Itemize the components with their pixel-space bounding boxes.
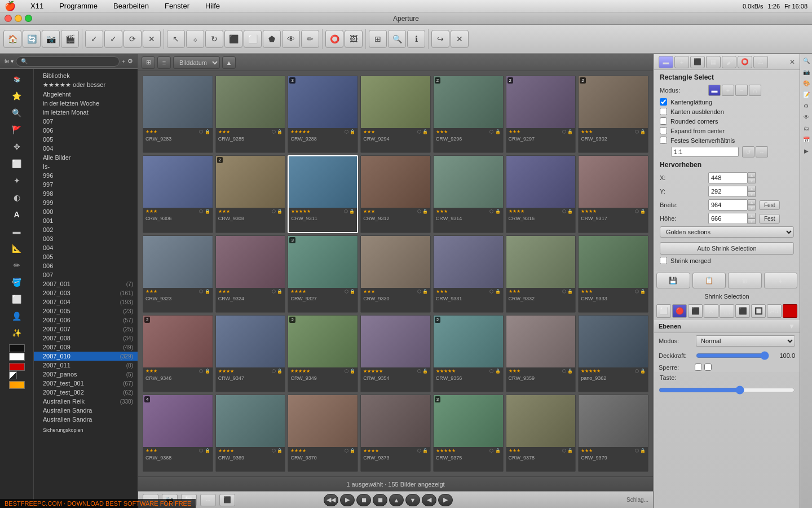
kanten-ausblenden-checkbox[interactable] [660, 108, 667, 115]
photo-cell[interactable]: 2★★★⬡ 🔒CRW_9346 [143, 315, 213, 392]
action-btn-1[interactable]: 💾 [656, 273, 690, 288]
sidebar-item-2007006[interactable]: 2007_006 (57) [34, 316, 138, 325]
paint-tool-5[interactable]: ⬚ [720, 304, 734, 318]
tool-heal[interactable]: ✦ [9, 173, 25, 189]
layers-collapse-btn[interactable]: ▼ [788, 322, 795, 330]
paint-tool-7[interactable]: 🔲 [751, 304, 766, 318]
sidebar-item-004a[interactable]: 004 [34, 144, 138, 153]
tool-magnify[interactable]: 🔍 [9, 105, 25, 121]
photo-cell[interactable]: ★★★⬡ 🔒CRW_9306 [143, 155, 213, 233]
rs-btn-2[interactable]: 📷 [801, 67, 811, 77]
action-btn-4[interactable]: ⬇ [764, 273, 798, 288]
tool-text[interactable]: A [9, 207, 25, 222]
toolbar-btn-x[interactable]: ✕ [451, 30, 469, 48]
toolbar-btn-img[interactable]: 🖼 [345, 30, 363, 48]
photo-cell[interactable]: ★★★★⬡ 🔒CRW_9316 [506, 155, 576, 233]
photo-cell[interactable]: 3★★★★★⬡ 🔒CRW_9288 [288, 76, 358, 153]
toolbar-btn-transform[interactable]: ⬜ [244, 30, 262, 48]
expand-from-center-checkbox[interactable] [660, 127, 667, 134]
sidebar-settings[interactable]: ⚙ [127, 58, 133, 65]
paint-tool-2[interactable]: 🔴 [672, 304, 687, 318]
tool-flag[interactable]: 🚩 [9, 122, 25, 138]
mode-replace[interactable]: ▬ [708, 85, 721, 96]
photo-cell[interactable]: 3★★★★★⬡ 🔒CRW_9375 [433, 395, 504, 472]
photo-cell[interactable]: 2★★★★★⬡ 🔒CRW_9356 [433, 315, 504, 392]
festes-checkbox[interactable] [660, 137, 667, 144]
color-swatch-bw[interactable] [9, 371, 17, 379]
photo-cell[interactable]: ★★★⬡ 🔒CRW_9331 [433, 235, 504, 313]
rs-btn-4[interactable]: 📝 [801, 89, 811, 99]
rs-btn-7[interactable]: 🗂 [801, 123, 811, 133]
lock-checkbox2[interactable] [704, 364, 712, 371]
up-btn[interactable]: ▲ [389, 494, 404, 506]
mode-subtract[interactable]: − [735, 85, 748, 96]
breite-down[interactable]: ▼ [748, 205, 756, 211]
photo-cell[interactable]: ★★★★⬡ 🔒CRW_9370 [288, 395, 358, 472]
hohe-up[interactable]: ▲ [748, 213, 756, 218]
sidebar-item-2007010[interactable]: 2007_010 (329) [34, 352, 138, 361]
photo-cell[interactable]: 2★★★⬡ 🔒CRW_9296 [433, 76, 504, 153]
mode-add[interactable]: + [722, 85, 734, 96]
photo-cell[interactable]: 2★★★★★⬡ 🔒CRW_9349 [288, 315, 358, 392]
sidebar-item-005b[interactable]: 005 [34, 252, 138, 261]
menu-fenster[interactable]: Fenster [161, 1, 193, 11]
toolbar-btn-lasso[interactable]: ⬦ [186, 30, 204, 48]
sidebar-item-001[interactable]: 001 [34, 216, 138, 225]
opacity-slider[interactable] [696, 351, 769, 360]
rs-btn-6[interactable]: 👁 [801, 112, 811, 122]
photo-cell[interactable]: ★★★★⬡ 🔒CRW_9373 [360, 395, 431, 472]
photo-cell[interactable]: ★★★★⬡ 🔒CRW_9317 [578, 155, 648, 233]
tool-move[interactable]: ✥ [9, 139, 25, 155]
play-prev[interactable]: ◀◀ [324, 494, 338, 506]
tool-tab-2[interactable]: + [674, 56, 689, 68]
rs-btn-5[interactable]: ⚙ [801, 100, 811, 111]
color-gradient[interactable] [9, 381, 25, 389]
sidebar-item-2007004[interactable]: 2007_004 (193) [34, 297, 138, 306]
action-btn-3[interactable]: 🗑 [728, 273, 762, 288]
photo-cell[interactable]: ★★★★★⬡ 🔒pano_9362 [578, 315, 648, 392]
sidebar-item-2007005[interactable]: 2007_005 (23) [34, 306, 138, 316]
sidebar-item-abgelehnt[interactable]: Abgelehnt [34, 90, 138, 99]
photo-cell[interactable]: ★★★⬡ 🔒CRW_9330 [360, 235, 431, 313]
action-btn-2[interactable]: 📋 [692, 273, 726, 288]
sidebar-item-000[interactable]: 000 [34, 207, 138, 216]
paint-tool-8[interactable]: Aα [767, 304, 782, 318]
sidebar-item-sicherung[interactable]: Sicherungskopien [34, 426, 138, 434]
sort-dropdown[interactable]: Bilddatum [173, 56, 220, 69]
sidebar-search[interactable] [16, 56, 119, 67]
sidebar-dropdown[interactable]: te ▾ [5, 58, 14, 64]
x-input[interactable] [708, 172, 748, 183]
sidebar-item-2007003[interactable]: 2007_003 (161) [34, 288, 138, 297]
sort-asc-btn[interactable]: ▲ [222, 56, 236, 69]
tool-tab-3[interactable]: ⬛ [690, 56, 705, 68]
tool-adjust[interactable]: ◐ [9, 190, 25, 205]
minimize-button[interactable] [15, 15, 22, 22]
rs-btn-8[interactable]: 📅 [801, 134, 811, 144]
sidebar-item-2007test001[interactable]: 2007_test_001 (67) [34, 379, 138, 388]
tool-measure[interactable]: 📐 [9, 240, 25, 256]
play-btn[interactable]: ▶ [340, 494, 355, 506]
sidebar-item-2007008[interactable]: 2007_008 (34) [34, 334, 138, 343]
sidebar-item-bibliothek[interactable]: Bibliothek [34, 71, 138, 80]
toolbar-btn-eye[interactable]: 👁 [282, 30, 300, 48]
sidebar-add[interactable]: + [122, 58, 125, 65]
photo-cell[interactable]: 2★★★⬡ 🔒CRW_9302 [578, 76, 648, 153]
menu-bearbeiten[interactable]: Bearbeiten [110, 1, 152, 11]
background-color[interactable] [9, 353, 25, 361]
toolbar-btn-zoom[interactable]: 🔍 [388, 30, 406, 48]
toolbar-btn-3[interactable]: 📷 [42, 30, 60, 48]
foreground-color[interactable] [9, 344, 25, 352]
sidebar-item-is[interactable]: Is- [34, 162, 138, 171]
tool-clone[interactable]: 👤 [9, 308, 25, 324]
photo-cell[interactable]: ★★★⬡ 🔒CRW_9378 [506, 395, 576, 472]
sidebar-item-stars[interactable]: ★★★★★ oder besser [34, 80, 138, 90]
menu-hilfe[interactable]: Hilfe [202, 1, 223, 11]
photo-cell[interactable]: 2★★★⬡ 🔒CRW_9308 [215, 155, 286, 233]
sidebar-item-2007test002[interactable]: 2007_test_002 (62) [34, 388, 138, 397]
sidebar-item-007b[interactable]: 007 [34, 270, 138, 279]
sidebar-item-2007009[interactable]: 2007_009 (49) [34, 343, 138, 352]
kantenglattung-checkbox[interactable] [660, 98, 667, 106]
golden-select[interactable]: Golden sections [660, 226, 794, 238]
fest2-btn[interactable]: Fest [759, 214, 780, 224]
tool-tab-4[interactable]: ▦ [706, 56, 721, 68]
